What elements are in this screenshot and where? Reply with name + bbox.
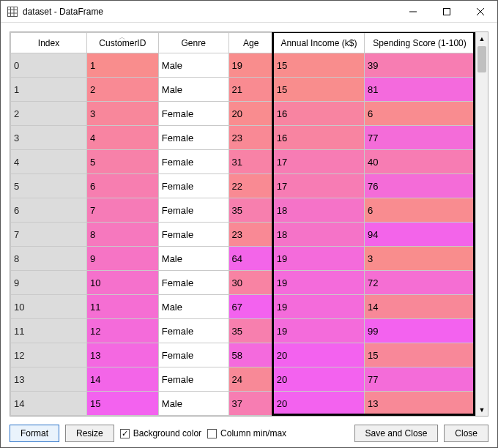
cell[interactable]: Male [158,392,228,416]
table-row[interactable]: 1314Female242077 [11,367,475,392]
cell[interactable]: 81 [365,78,475,102]
cell[interactable]: 23 [228,223,273,247]
scroll-track[interactable] [476,45,488,403]
table-row[interactable]: 1415Male372013 [11,392,475,416]
cell[interactable]: 40 [365,150,475,174]
table-row[interactable]: 23Female20166 [11,102,475,126]
cell[interactable]: Female [158,367,228,392]
table-row[interactable]: 56Female221776 [11,174,475,198]
cell[interactable]: 5 [11,174,87,198]
cell[interactable]: 3 [86,102,158,126]
cell[interactable]: 15 [273,78,364,102]
cell[interactable]: 99 [365,319,475,343]
cell[interactable]: 58 [228,343,273,367]
cell[interactable]: Male [158,78,228,102]
cell[interactable]: 77 [365,367,475,392]
scroll-up-button[interactable]: ▲ [476,32,488,45]
cell[interactable]: 3 [11,126,87,150]
cell[interactable]: 6 [11,198,87,223]
cell[interactable]: 11 [86,295,158,319]
close-button[interactable]: Close [444,425,488,442]
column-header[interactable]: Genre [158,33,228,53]
cell[interactable]: Female [158,102,228,126]
cell[interactable]: 3 [365,247,475,271]
cell[interactable]: Female [158,343,228,367]
cell[interactable]: 9 [86,247,158,271]
cell[interactable]: 37 [228,392,273,416]
cell[interactable]: Female [158,223,228,247]
cell[interactable]: Female [158,126,228,150]
table-row[interactable]: 1112Female351999 [11,319,475,343]
cell[interactable]: 17 [273,174,364,198]
cell[interactable]: Male [158,295,228,319]
column-header[interactable]: Age [228,33,273,53]
cell[interactable]: 12 [11,343,87,367]
cell[interactable]: 1 [11,78,87,102]
table-row[interactable]: 1011Male671914 [11,295,475,319]
cell[interactable]: 19 [273,319,364,343]
cell[interactable]: 9 [11,271,87,295]
table-row[interactable]: 34Female231677 [11,126,475,150]
cell[interactable]: 15 [273,53,364,78]
bgcolor-checkbox[interactable]: ✓ Background color [120,428,201,438]
cell[interactable]: 22 [228,174,273,198]
cell[interactable]: Female [158,271,228,295]
cell[interactable]: 16 [273,102,364,126]
cell[interactable]: 17 [273,150,364,174]
cell[interactable]: 77 [365,126,475,150]
cell[interactable]: 19 [273,295,364,319]
cell[interactable]: 4 [86,126,158,150]
cell[interactable]: Female [158,319,228,343]
save-and-close-button[interactable]: Save and Close [354,425,439,442]
cell[interactable]: 8 [86,223,158,247]
cell[interactable]: 2 [86,78,158,102]
cell[interactable]: 39 [365,53,475,78]
cell[interactable]: 72 [365,271,475,295]
cell[interactable]: 18 [273,198,364,223]
cell[interactable]: 7 [86,198,158,223]
cell[interactable]: 6 [365,198,475,223]
cell[interactable]: 19 [273,247,364,271]
cell[interactable]: 20 [273,392,364,416]
cell[interactable]: 11 [11,319,87,343]
cell[interactable]: 21 [228,78,273,102]
column-header[interactable]: Index [11,33,87,53]
table-row[interactable]: 67Female35186 [11,198,475,223]
cell[interactable]: 10 [11,295,87,319]
scroll-thumb[interactable] [477,46,486,72]
table-row[interactable]: 89Male64193 [11,247,475,271]
cell[interactable]: Female [158,174,228,198]
minimize-button[interactable] [396,1,430,23]
cell[interactable]: 15 [365,343,475,367]
cell[interactable]: 10 [86,271,158,295]
cell[interactable]: 8 [11,247,87,271]
cell[interactable]: 30 [228,271,273,295]
column-header[interactable]: Annual Income (k$) [273,33,364,53]
cell[interactable]: 18 [273,223,364,247]
cell[interactable]: 13 [11,367,87,392]
minmax-checkbox[interactable]: Column min/max [207,428,286,438]
cell[interactable]: Male [158,247,228,271]
cell[interactable]: 23 [228,126,273,150]
cell[interactable]: Female [158,198,228,223]
cell[interactable]: 20 [273,343,364,367]
cell[interactable]: 24 [228,367,273,392]
cell[interactable]: 76 [365,174,475,198]
column-header[interactable]: Spending Score (1-100) [365,33,475,53]
cell[interactable]: 0 [11,53,87,78]
cell[interactable]: 14 [86,367,158,392]
table-row[interactable]: 910Female301972 [11,271,475,295]
resize-button[interactable]: Resize [65,425,114,442]
cell[interactable]: 14 [365,295,475,319]
table-row[interactable]: 45Female311740 [11,150,475,174]
cell[interactable]: Female [158,150,228,174]
close-window-button[interactable] [464,1,497,23]
cell[interactable]: 6 [365,102,475,126]
scroll-down-button[interactable]: ▼ [476,403,488,416]
data-grid[interactable]: IndexCustomerID︿GenreAgeAnnual Income (k… [10,31,488,417]
cell[interactable]: 19 [273,271,364,295]
cell[interactable]: 5 [86,150,158,174]
cell[interactable]: 35 [228,198,273,223]
cell[interactable]: 7 [11,223,87,247]
vertical-scrollbar[interactable]: ▲ ▼ [475,32,488,416]
